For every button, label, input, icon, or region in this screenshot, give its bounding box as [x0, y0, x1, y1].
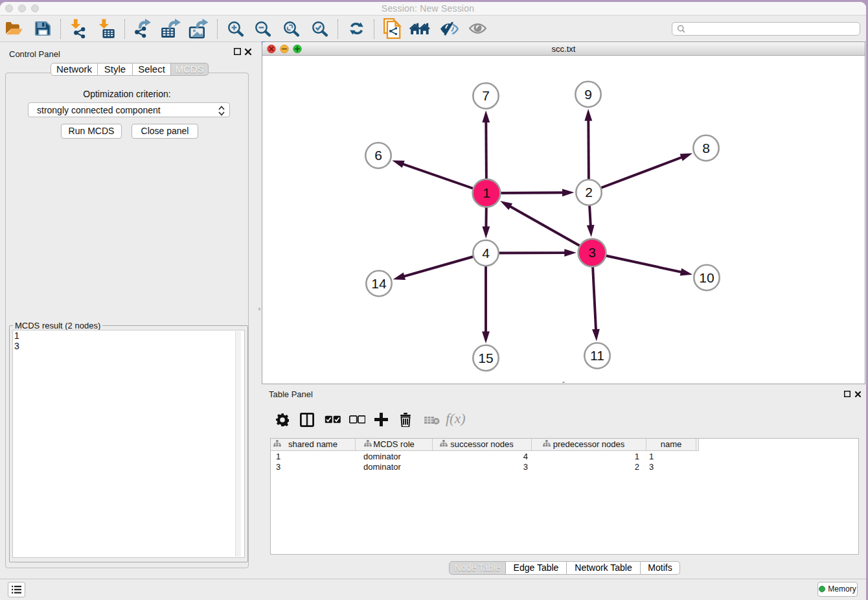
svg-text:11: 11 [590, 348, 604, 363]
svg-text:7: 7 [482, 88, 490, 103]
svg-text:10: 10 [699, 270, 714, 285]
svg-text:15: 15 [478, 351, 493, 365]
svg-text:2: 2 [585, 185, 593, 200]
svg-text:3: 3 [588, 245, 596, 260]
svg-text:4: 4 [482, 246, 490, 260]
svg-text:8: 8 [702, 141, 710, 156]
svg-text:14: 14 [371, 276, 387, 291]
svg-text:6: 6 [374, 148, 382, 163]
svg-text:9: 9 [584, 87, 592, 102]
svg-text:1: 1 [483, 185, 490, 200]
